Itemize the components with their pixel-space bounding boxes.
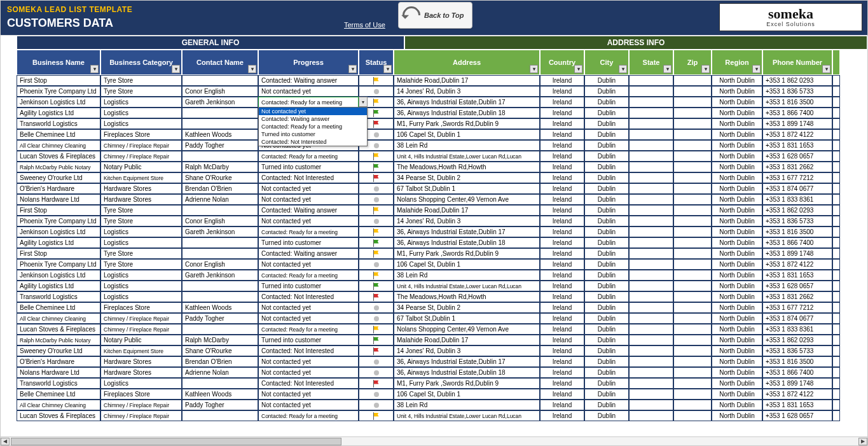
cell-region[interactable]: North Dublin (712, 183, 762, 194)
cell-zip[interactable] (673, 172, 712, 183)
cell-address[interactable]: 14 Jones' Rd, Dublin 3 (394, 216, 540, 226)
cell-contact[interactable]: Kathleen Woods (182, 389, 258, 400)
cell-country[interactable]: Ireland (540, 302, 584, 313)
cell-phone[interactable]: +353 1 899 1748 (762, 118, 832, 129)
cell-category[interactable]: Hardware Stores (100, 356, 182, 367)
cell-city[interactable]: Dublin (584, 237, 629, 248)
filter-dropdown-zip[interactable]: ▾ (701, 65, 710, 73)
cell-business-name[interactable]: Phoenix Tyre Company Ltd (17, 216, 100, 226)
cell-category[interactable]: Notary Public (100, 162, 182, 172)
cell-address[interactable]: 14 Jones' Rd, Dublin 3 (394, 345, 540, 356)
cell-business-name[interactable]: Lucan Stoves & Fireplaces (17, 324, 100, 335)
cell-progress[interactable]: Not contacted yet (258, 302, 359, 313)
cell-category[interactable]: Logistics (100, 118, 182, 129)
cell-phone[interactable]: +353 1 899 1748 (762, 378, 832, 389)
back-to-top-button[interactable]: Back to Top (398, 2, 472, 29)
cell-address[interactable]: 106 Capel St, Dublin 1 (394, 259, 540, 270)
cell-category[interactable]: Logistics (100, 97, 182, 108)
cell-contact[interactable]: Shane O'Rourke (182, 345, 258, 356)
cell-category[interactable]: Tyre Store (100, 86, 182, 97)
cell-zip[interactable] (673, 335, 712, 345)
cell-business-name[interactable]: First Stop (17, 248, 100, 259)
cell-extra[interactable] (832, 270, 840, 281)
cell-progress[interactable]: Contacted: Not Interested (258, 345, 359, 356)
dropdown-item[interactable]: Contacted: Ready for a meeting (259, 123, 367, 130)
cell-country[interactable]: Ireland (540, 194, 584, 205)
column-header-status[interactable]: Status▾ (359, 50, 394, 75)
cell-country[interactable]: Ireland (540, 248, 584, 259)
column-header-addr[interactable]: Address▾ (394, 50, 540, 75)
filter-dropdown-city[interactable]: ▾ (619, 65, 627, 73)
cell-phone[interactable]: +353 1 872 4122 (762, 259, 832, 270)
cell-country[interactable]: Ireland (540, 75, 584, 86)
cell-business-name[interactable]: Agility Logistics Ltd (17, 108, 100, 118)
cell-extra[interactable] (832, 151, 840, 162)
cell-city[interactable]: Dublin (584, 129, 629, 140)
cell-category[interactable]: Logistics (100, 291, 182, 302)
cell-zip[interactable] (673, 86, 712, 97)
cell-extra[interactable] (832, 389, 840, 400)
cell-progress[interactable]: Not contacted yet (258, 400, 359, 410)
cell-contact[interactable]: Paddy Togher (182, 400, 258, 410)
cell-category[interactable]: Chimney / Fireplace Repair (100, 400, 182, 410)
cell-progress[interactable]: Contacted: Not Interested (258, 172, 359, 183)
cell-state[interactable] (629, 367, 673, 378)
cell-extra[interactable] (832, 410, 840, 421)
cell-state[interactable] (629, 162, 673, 172)
cell-address[interactable]: Nolans Shopping Center,49 Vernon Ave (394, 194, 540, 205)
cell-progress[interactable]: Contacted: Ready for a meeting▾Not conta… (258, 97, 359, 108)
cell-zip[interactable] (673, 183, 712, 194)
cell-region[interactable]: North Dublin (712, 410, 762, 421)
filter-dropdown-region[interactable]: ▾ (752, 65, 761, 73)
cell-business-name[interactable]: O'Brien's Hardware (17, 183, 100, 194)
cell-region[interactable]: North Dublin (712, 378, 762, 389)
cell-business-name[interactable]: All Clear Chimney Cleaning (17, 140, 100, 151)
cell-phone[interactable]: +353 1 677 7212 (762, 302, 832, 313)
cell-address[interactable]: 38 Lein Rd (394, 400, 540, 410)
cell-extra[interactable] (832, 205, 840, 216)
cell-business-name[interactable]: Phoenix Tyre Company Ltd (17, 259, 100, 270)
progress-dropdown-toggle[interactable]: ▾ (359, 97, 368, 107)
cell-contact[interactable]: Brendan O'Brien (182, 183, 258, 194)
cell-region[interactable]: North Dublin (712, 151, 762, 162)
cell-country[interactable]: Ireland (540, 226, 584, 237)
cell-extra[interactable] (832, 97, 840, 108)
cell-category[interactable]: Chimney / Fireplace Repair (100, 410, 182, 421)
cell-country[interactable]: Ireland (540, 356, 584, 367)
cell-extra[interactable] (832, 162, 840, 172)
cell-region[interactable]: North Dublin (712, 313, 762, 324)
cell-phone[interactable]: +353 1 874 0677 (762, 313, 832, 324)
cell-zip[interactable] (673, 367, 712, 378)
cell-progress[interactable]: Not contacted yet (258, 194, 359, 205)
cell-country[interactable]: Ireland (540, 108, 584, 118)
cell-business-name[interactable]: Ralph McDarby Public Notary (17, 162, 100, 172)
cell-business-name[interactable]: Jenkinson Logistics Ltd (17, 270, 100, 281)
cell-city[interactable]: Dublin (584, 410, 629, 421)
cell-extra[interactable] (832, 216, 840, 226)
cell-category[interactable]: Logistics (100, 237, 182, 248)
cell-business-name[interactable]: Phoenix Tyre Company Ltd (17, 86, 100, 97)
filter-dropdown-contact[interactable]: ▾ (248, 65, 256, 73)
cell-country[interactable]: Ireland (540, 216, 584, 226)
cell-state[interactable] (629, 259, 673, 270)
cell-phone[interactable]: +353 1 831 2662 (762, 162, 832, 172)
cell-category[interactable]: Chimney / Fireplace Repair (100, 151, 182, 162)
cell-country[interactable]: Ireland (540, 259, 584, 270)
cell-category[interactable]: Hardware Stores (100, 183, 182, 194)
cell-extra[interactable] (832, 172, 840, 183)
cell-region[interactable]: North Dublin (712, 335, 762, 345)
cell-extra[interactable] (832, 259, 840, 270)
cell-address[interactable]: 67 Talbot St,Dublin 1 (394, 183, 540, 194)
cell-address[interactable]: Nolans Shopping Center,49 Vernon Ave (394, 324, 540, 335)
cell-zip[interactable] (673, 291, 712, 302)
cell-contact[interactable] (182, 324, 258, 335)
cell-business-name[interactable]: Ralph McDarby Public Notary (17, 335, 100, 345)
cell-region[interactable]: North Dublin (712, 129, 762, 140)
cell-business-name[interactable]: Sweeney O'rourke Ltd (17, 172, 100, 183)
cell-region[interactable]: North Dublin (712, 281, 762, 291)
cell-phone[interactable]: +353 1 862 0293 (762, 335, 832, 345)
cell-address[interactable]: M1, Furry Park ,Swords Rd,Dublin 9 (394, 248, 540, 259)
cell-business-name[interactable]: Transworld Logistics (17, 118, 100, 129)
cell-country[interactable]: Ireland (540, 140, 584, 151)
cell-phone[interactable]: +353 1 628 0657 (762, 151, 832, 162)
